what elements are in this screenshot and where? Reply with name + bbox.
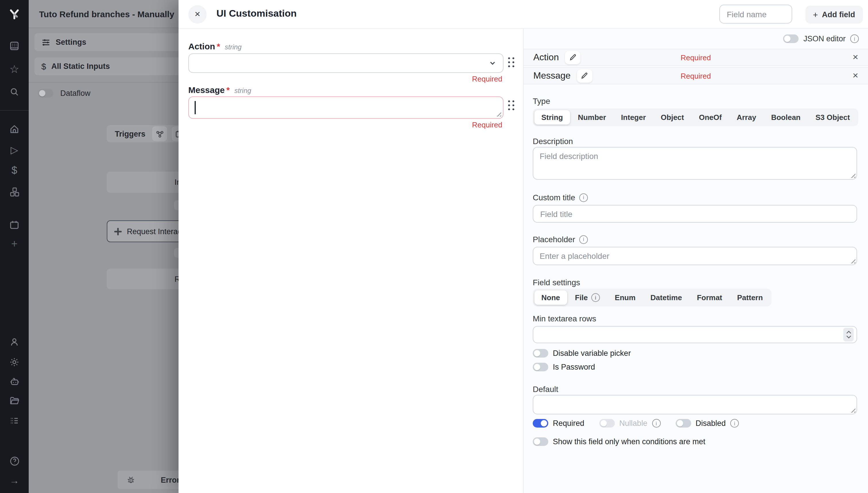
edit-pencil-icon[interactable] <box>565 51 581 64</box>
custom-title-input[interactable] <box>533 205 857 223</box>
default-field-wrap <box>533 395 857 414</box>
info-icon <box>591 293 600 302</box>
info-icon <box>579 193 588 202</box>
settings-label: Settings <box>56 38 86 46</box>
type-option-number[interactable]: Number <box>571 110 613 125</box>
field-row-action[interactable]: Required Action <box>524 49 868 66</box>
condition-toggle[interactable] <box>533 437 548 446</box>
setting-option-pattern[interactable]: Pattern <box>730 291 770 305</box>
type-option-string[interactable]: String <box>534 110 570 125</box>
nullable-toggle[interactable] <box>599 419 615 428</box>
sliders-icon <box>41 38 50 47</box>
dataflow-toggle[interactable] <box>38 89 54 98</box>
number-stepper[interactable] <box>843 328 854 342</box>
edit-pencil-icon[interactable] <box>577 69 592 82</box>
disabled-toggle[interactable] <box>675 419 691 428</box>
type-hint: string <box>234 87 251 95</box>
field-name-input[interactable] <box>719 5 792 23</box>
play-icon[interactable]: ▷ <box>0 140 29 159</box>
modal-title: UI Customisation <box>216 8 297 20</box>
setting-option-enum[interactable]: Enum <box>608 291 642 305</box>
info-icon <box>652 419 660 428</box>
json-editor-row: JSON editor <box>783 35 859 43</box>
type-option-object[interactable]: Object <box>654 110 691 125</box>
robot-icon[interactable] <box>0 371 29 391</box>
setting-option-file[interactable]: File <box>568 291 607 305</box>
drag-handle[interactable] <box>506 56 515 68</box>
action-required-error: Required <box>188 74 502 83</box>
star-icon[interactable]: ☆ <box>0 59 29 79</box>
arrow-right-icon[interactable]: → <box>0 471 29 490</box>
ui-customisation-modal: UI Customisation Add field Action* strin… <box>178 0 868 493</box>
resize-handle[interactable] <box>495 111 501 116</box>
required-label: Required <box>553 419 585 428</box>
min-rows-wrap <box>533 326 857 343</box>
disable-variable-picker-toggle[interactable] <box>533 349 548 358</box>
default-textarea[interactable] <box>533 395 857 414</box>
type-option-array[interactable]: Array <box>729 110 763 125</box>
message-textarea[interactable] <box>188 97 504 119</box>
add-field-button[interactable]: Add field <box>805 6 863 23</box>
help-icon[interactable] <box>0 451 29 471</box>
info-icon <box>730 419 739 428</box>
blocks-icon[interactable] <box>0 182 29 201</box>
required-asterisk: * <box>217 41 220 51</box>
plus-icon <box>813 10 818 20</box>
field-row-name: Message <box>533 70 571 81</box>
dollar-icon[interactable]: $ <box>0 161 29 180</box>
type-option-integer[interactable]: Integer <box>614 110 653 125</box>
setting-option-datetime[interactable]: Datetime <box>643 291 689 305</box>
custom-title-label: Custom title <box>533 193 588 202</box>
gear-icon[interactable] <box>0 352 29 372</box>
folder-icon[interactable] <box>0 391 29 410</box>
field-properties-panel: JSON editor Required Action Required Mes… <box>523 29 868 493</box>
min-textarea-rows-label: Min textarea rows <box>533 314 596 323</box>
calendar-icon[interactable] <box>0 215 29 235</box>
list-icon[interactable] <box>0 411 29 430</box>
setting-option-format[interactable]: Format <box>690 291 729 305</box>
json-editor-toggle[interactable] <box>783 35 799 43</box>
modal-header: UI Customisation Add field <box>178 0 868 29</box>
message-field-label: Message* string <box>188 85 251 95</box>
user-icon[interactable] <box>0 332 29 352</box>
default-label: Default <box>533 385 558 394</box>
placeholder-label: Placeholder <box>533 235 588 244</box>
required-toggle[interactable] <box>533 419 548 428</box>
home-icon[interactable] <box>0 120 29 139</box>
setting-option-none[interactable]: None <box>534 291 567 305</box>
field-row-name: Action <box>533 52 559 63</box>
type-option-s3object[interactable]: S3 Object <box>809 110 857 125</box>
disabled-label: Disabled <box>696 419 726 428</box>
type-option-boolean[interactable]: Boolean <box>764 110 807 125</box>
is-password-toggle[interactable] <box>533 363 548 371</box>
app-sidebar: ☆ ▷ $ + <box>0 0 29 493</box>
disable-variable-picker-row: Disable variable picker <box>533 349 631 358</box>
triggers-label: Triggers <box>115 129 146 138</box>
status-badge: Required <box>524 71 868 80</box>
remove-field-icon[interactable] <box>852 52 858 63</box>
min-textarea-rows-input[interactable] <box>533 326 857 343</box>
placeholder-field-wrap <box>533 247 857 265</box>
field-row-message[interactable]: Required Message <box>524 67 868 84</box>
app-logo[interactable] <box>0 5 29 24</box>
description-textarea[interactable] <box>533 147 857 180</box>
text-caret <box>195 101 195 114</box>
search-icon[interactable] <box>0 82 29 102</box>
type-option-oneof[interactable]: OneOf <box>692 110 728 125</box>
action-select[interactable] <box>188 53 504 73</box>
plus-icon[interactable]: + <box>0 234 29 253</box>
building-icon[interactable] <box>0 36 29 56</box>
disable-variable-picker-label: Disable variable picker <box>553 349 631 358</box>
description-field-wrap <box>533 147 857 180</box>
type-segmented-control: String Number Integer Object OneOf Array… <box>533 108 859 126</box>
dataflow-label: Dataflow <box>60 89 90 98</box>
is-password-label: Is Password <box>553 363 595 371</box>
close-icon[interactable] <box>188 5 207 23</box>
placeholder-textarea[interactable] <box>533 247 857 265</box>
remove-field-icon[interactable] <box>852 70 858 82</box>
type-hint: string <box>225 43 242 51</box>
nullable-label: Nullable <box>619 419 648 428</box>
info-icon <box>850 35 859 43</box>
drag-handle[interactable] <box>506 99 515 111</box>
webhook-trigger-button[interactable] <box>152 126 167 141</box>
